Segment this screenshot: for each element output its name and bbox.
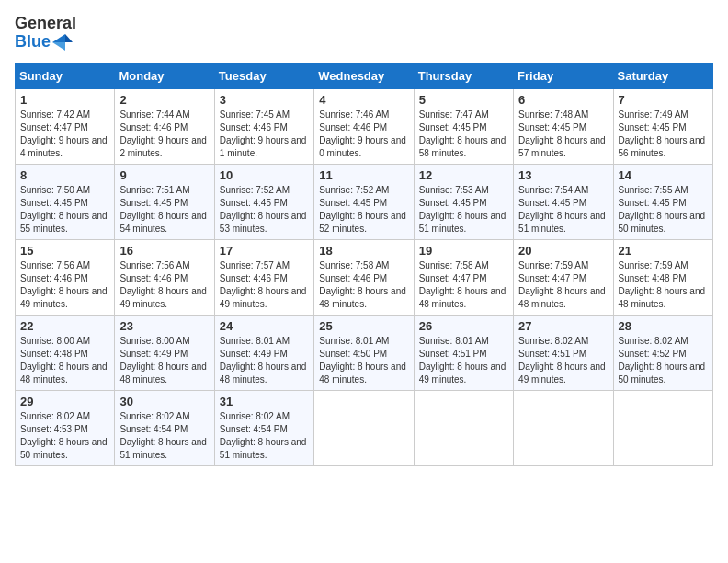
day-number: 14	[619, 168, 708, 182]
calendar-cell: 6Sunrise: 7:48 AMSunset: 4:45 PMDaylight…	[514, 88, 613, 164]
day-info: Sunrise: 7:56 AMSunset: 4:46 PMDaylight:…	[20, 259, 109, 311]
day-number: 6	[518, 93, 608, 107]
logo-bird-icon	[52, 34, 73, 51]
day-number: 19	[419, 244, 508, 258]
day-number: 18	[319, 244, 408, 258]
day-info: Sunrise: 7:52 AMSunset: 4:45 PMDaylight:…	[220, 184, 309, 236]
page-header: General Blue	[15, 15, 713, 52]
calendar-cell: 21Sunrise: 7:59 AMSunset: 4:48 PMDayligh…	[613, 239, 712, 315]
day-number: 5	[419, 93, 508, 107]
svg-marker-2	[52, 42, 65, 51]
calendar-cell: 13Sunrise: 7:54 AMSunset: 4:45 PMDayligh…	[514, 164, 613, 239]
calendar-cell: 20Sunrise: 7:59 AMSunset: 4:47 PMDayligh…	[514, 239, 613, 315]
day-number: 11	[319, 168, 408, 182]
calendar-cell: 9Sunrise: 7:51 AMSunset: 4:45 PMDaylight…	[115, 164, 214, 239]
weekday-header-thursday: Thursday	[414, 63, 513, 88]
calendar-cell: 18Sunrise: 7:58 AMSunset: 4:46 PMDayligh…	[314, 239, 414, 315]
calendar-cell	[314, 390, 414, 465]
day-number: 22	[20, 319, 109, 333]
day-info: Sunrise: 7:42 AMSunset: 4:47 PMDaylight:…	[20, 109, 109, 160]
day-number: 21	[619, 244, 708, 258]
day-number: 30	[119, 395, 209, 408]
calendar-cell: 12Sunrise: 7:53 AMSunset: 4:45 PMDayligh…	[414, 164, 513, 239]
day-number: 24	[220, 319, 309, 333]
day-number: 20	[518, 244, 608, 258]
calendar-cell: 26Sunrise: 8:01 AMSunset: 4:51 PMDayligh…	[414, 315, 513, 390]
day-info: Sunrise: 8:00 AMSunset: 4:49 PMDaylight:…	[119, 335, 209, 386]
day-info: Sunrise: 8:01 AMSunset: 4:51 PMDaylight:…	[419, 335, 508, 386]
calendar-cell: 28Sunrise: 8:02 AMSunset: 4:52 PMDayligh…	[613, 315, 712, 390]
day-number: 27	[518, 319, 608, 333]
day-info: Sunrise: 7:55 AMSunset: 4:45 PMDaylight:…	[619, 184, 708, 236]
calendar-table: SundayMondayTuesdayWednesdayThursdayFrid…	[15, 63, 713, 466]
weekday-header-saturday: Saturday	[613, 63, 712, 88]
calendar-cell	[514, 390, 613, 465]
calendar-cell: 5Sunrise: 7:47 AMSunset: 4:45 PMDaylight…	[414, 88, 513, 164]
day-info: Sunrise: 8:00 AMSunset: 4:48 PMDaylight:…	[20, 335, 109, 386]
calendar-cell: 2Sunrise: 7:44 AMSunset: 4:46 PMDaylight…	[115, 88, 214, 164]
day-info: Sunrise: 7:47 AMSunset: 4:45 PMDaylight:…	[419, 109, 508, 160]
day-info: Sunrise: 7:58 AMSunset: 4:46 PMDaylight:…	[319, 259, 408, 311]
day-number: 13	[518, 168, 608, 182]
day-info: Sunrise: 7:51 AMSunset: 4:45 PMDaylight:…	[119, 184, 209, 236]
logo-svg: General Blue	[15, 15, 76, 52]
day-number: 4	[319, 93, 408, 107]
day-number: 8	[20, 168, 109, 182]
calendar-cell: 23Sunrise: 8:00 AMSunset: 4:49 PMDayligh…	[115, 315, 214, 390]
calendar-cell: 25Sunrise: 8:01 AMSunset: 4:50 PMDayligh…	[314, 315, 414, 390]
day-info: Sunrise: 7:44 AMSunset: 4:46 PMDaylight:…	[119, 109, 209, 160]
day-info: Sunrise: 7:48 AMSunset: 4:45 PMDaylight:…	[518, 109, 608, 160]
calendar-cell: 3Sunrise: 7:45 AMSunset: 4:46 PMDaylight…	[214, 88, 313, 164]
day-number: 10	[220, 168, 309, 182]
day-info: Sunrise: 7:58 AMSunset: 4:47 PMDaylight:…	[419, 259, 508, 311]
day-number: 29	[20, 395, 109, 408]
calendar-cell: 16Sunrise: 7:56 AMSunset: 4:46 PMDayligh…	[115, 239, 214, 315]
calendar-cell: 14Sunrise: 7:55 AMSunset: 4:45 PMDayligh…	[613, 164, 712, 239]
calendar-cell: 17Sunrise: 7:57 AMSunset: 4:46 PMDayligh…	[214, 239, 313, 315]
weekday-header-wednesday: Wednesday	[314, 63, 414, 88]
day-info: Sunrise: 8:01 AMSunset: 4:50 PMDaylight:…	[319, 335, 408, 386]
calendar-cell: 8Sunrise: 7:50 AMSunset: 4:45 PMDaylight…	[16, 164, 115, 239]
day-number: 26	[419, 319, 508, 333]
day-info: Sunrise: 7:46 AMSunset: 4:46 PMDaylight:…	[319, 109, 408, 160]
day-info: Sunrise: 8:02 AMSunset: 4:54 PMDaylight:…	[220, 410, 309, 462]
calendar-cell: 29Sunrise: 8:02 AMSunset: 4:53 PMDayligh…	[16, 390, 115, 465]
weekday-header-monday: Monday	[115, 63, 214, 88]
weekday-header-tuesday: Tuesday	[214, 63, 313, 88]
day-number: 9	[119, 168, 209, 182]
svg-marker-1	[65, 34, 73, 42]
day-info: Sunrise: 8:02 AMSunset: 4:52 PMDaylight:…	[619, 335, 708, 386]
day-number: 28	[619, 319, 708, 333]
calendar-cell: 24Sunrise: 8:01 AMSunset: 4:49 PMDayligh…	[214, 315, 313, 390]
calendar-cell: 1Sunrise: 7:42 AMSunset: 4:47 PMDaylight…	[16, 88, 115, 164]
day-number: 2	[119, 93, 209, 107]
day-info: Sunrise: 7:54 AMSunset: 4:45 PMDaylight:…	[518, 184, 608, 236]
day-number: 7	[619, 93, 708, 107]
calendar-cell: 4Sunrise: 7:46 AMSunset: 4:46 PMDaylight…	[314, 88, 414, 164]
day-info: Sunrise: 7:56 AMSunset: 4:46 PMDaylight:…	[119, 259, 209, 311]
svg-marker-0	[52, 34, 65, 42]
weekday-header-friday: Friday	[514, 63, 613, 88]
day-number: 16	[119, 244, 209, 258]
day-info: Sunrise: 7:59 AMSunset: 4:47 PMDaylight:…	[518, 259, 608, 311]
calendar-cell: 27Sunrise: 8:02 AMSunset: 4:51 PMDayligh…	[514, 315, 613, 390]
day-number: 31	[220, 395, 309, 408]
day-info: Sunrise: 7:49 AMSunset: 4:45 PMDaylight:…	[619, 109, 708, 160]
day-number: 3	[220, 93, 309, 107]
day-info: Sunrise: 8:02 AMSunset: 4:53 PMDaylight:…	[20, 410, 109, 462]
weekday-header-sunday: Sunday	[16, 63, 115, 88]
day-number: 15	[20, 244, 109, 258]
day-number: 12	[419, 168, 508, 182]
logo: General Blue	[15, 15, 76, 52]
day-info: Sunrise: 7:50 AMSunset: 4:45 PMDaylight:…	[20, 184, 109, 236]
calendar-cell: 30Sunrise: 8:02 AMSunset: 4:54 PMDayligh…	[115, 390, 214, 465]
day-info: Sunrise: 7:59 AMSunset: 4:48 PMDaylight:…	[619, 259, 708, 311]
calendar-cell: 19Sunrise: 7:58 AMSunset: 4:47 PMDayligh…	[414, 239, 513, 315]
calendar-cell	[613, 390, 712, 465]
day-info: Sunrise: 8:02 AMSunset: 4:54 PMDaylight:…	[119, 410, 209, 462]
day-info: Sunrise: 8:01 AMSunset: 4:49 PMDaylight:…	[220, 335, 309, 386]
day-info: Sunrise: 7:52 AMSunset: 4:45 PMDaylight:…	[319, 184, 408, 236]
calendar-cell	[414, 390, 513, 465]
day-number: 23	[119, 319, 209, 333]
calendar-cell: 7Sunrise: 7:49 AMSunset: 4:45 PMDaylight…	[613, 88, 712, 164]
